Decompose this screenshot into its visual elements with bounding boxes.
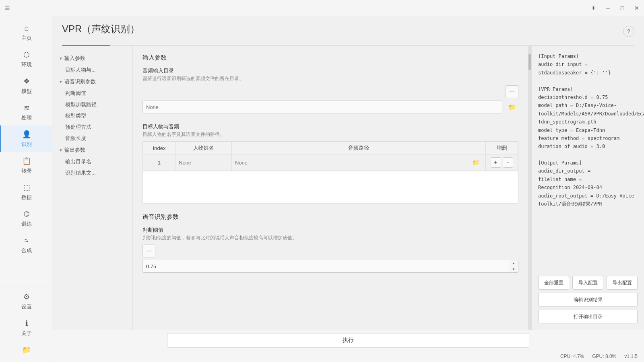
sidebar-item-folder[interactable]: 📁	[0, 341, 52, 359]
nav-item-threshold[interactable]: 判断阈值	[52, 88, 132, 99]
nav-item-model-path[interactable]: 模型加载路径	[52, 99, 132, 110]
sidebar-label-process: 处理	[21, 114, 32, 121]
edit-result-btn[interactable]: 编辑识别结果	[538, 293, 638, 306]
audio-dir-input-row: 📁	[142, 101, 518, 113]
td-row-actions: + -	[486, 154, 518, 171]
title-bar: ☰ ☀ ─ □ ✕	[0, 0, 644, 16]
import-config-btn[interactable]: 导入配置	[572, 276, 603, 290]
execute-btn[interactable]: 执行	[167, 333, 529, 348]
sidebar-label-recognize: 识别	[21, 141, 32, 148]
page-tab-bar	[62, 40, 634, 46]
cpu-status: CPU: 4.7%	[560, 354, 584, 359]
input-params-title: 输入参数	[142, 54, 518, 62]
chevron-output: ▼	[59, 148, 63, 152]
sidebar-item-recognize[interactable]: 👤 识别	[0, 125, 52, 152]
theme-icon[interactable]: ☀	[589, 4, 597, 12]
left-nav: ▼ 输入参数 目标人物与... ▼ 语音识别参数 判断阈值 模型加载路径 模型类…	[52, 46, 133, 330]
audio-dir-input[interactable]	[142, 101, 502, 113]
td-index: 1	[143, 154, 175, 171]
nav-section-voice[interactable]: ▼ 语音识别参数	[52, 76, 132, 88]
status-bar: CPU: 4.7% GPU: 8.0% v1.1.5	[52, 350, 644, 362]
sidebar-item-model[interactable]: ❖ 模型	[0, 72, 52, 99]
title-bar-left: ☰	[3, 4, 11, 12]
nav-item-preprocess[interactable]: 预处理方法	[52, 121, 132, 133]
chevron-voice: ▼	[59, 80, 63, 84]
nav-item-audio-len[interactable]: 音频长度	[52, 133, 132, 144]
nav-item-model-type[interactable]: 模型类型	[52, 110, 132, 121]
nav-section-voice-label: 语音识别参数	[64, 78, 96, 85]
maximize-btn[interactable]: □	[618, 4, 626, 12]
sidebar: ⌂ 主页 ⬡ 环境 ❖ 模型 ≋ 处理 👤 识别 📋 转录 ⬚ 数据 ⌬ 训	[0, 16, 52, 362]
app-body: ⌂ 主页 ⬡ 环境 ❖ 模型 ≋ 处理 👤 识别 📋 转录 ⬚ 数据 ⌬ 训	[0, 16, 644, 362]
nav-section-input[interactable]: ▼ 输入参数	[52, 52, 132, 64]
top-action-row: 全部重置 导入配置 导出配置	[538, 276, 638, 290]
audio-dir-options-btn[interactable]: ···	[506, 85, 518, 98]
process-icon: ≋	[22, 103, 31, 113]
recognize-icon: 👤	[22, 130, 31, 139]
td-name[interactable]	[175, 154, 232, 171]
table-header-row: Index 人物姓名 音频路径 增删	[143, 142, 518, 154]
reset-all-btn[interactable]: 全部重置	[538, 276, 569, 290]
nav-item-result-file[interactable]: 识别结果文...	[52, 167, 132, 179]
nav-item-output-dir[interactable]: 输出目录名	[52, 156, 132, 167]
open-output-btn[interactable]: 打开输出目录	[538, 310, 638, 323]
spinbox-down-btn[interactable]: ▼	[509, 266, 518, 272]
version-status: v1.1.5	[624, 354, 638, 359]
center-content: 输入参数 音频输入目录 需要进行语音识别筛选的音频文件的所在目录。 ··· 📁 …	[133, 46, 528, 330]
target-desc: 目标人物的名字及其语音文件的路径。	[142, 131, 518, 138]
gpu-status: GPU: 8.0%	[592, 354, 616, 359]
spinbox-buttons: ▲ ▼	[509, 260, 518, 272]
sidebar-item-settings[interactable]: ⚙ 设置	[0, 288, 52, 315]
spinbox-up-btn[interactable]: ▲	[509, 260, 518, 266]
sidebar-label-synthesize: 合成	[21, 247, 32, 254]
add-row-btn[interactable]: +	[491, 157, 501, 168]
content-area: VPR（声纹识别） ? ▼ 输入参数 目标人物与... ▼ 语音识别参数 判	[52, 16, 644, 362]
data-icon: ⬚	[22, 183, 31, 192]
right-actions: 全部重置 导入配置 导出配置 编辑识别结果 打开输出目录	[538, 276, 638, 323]
th-name: 人物姓名	[175, 142, 232, 154]
path-folder-btn[interactable]: 📁	[469, 156, 482, 169]
audio-dir-desc: 需要进行语音识别筛选的音频文件的所在目录。	[142, 75, 518, 82]
help-icon[interactable]: ?	[623, 26, 634, 37]
target-label: 目标人物与音频	[142, 123, 518, 130]
menu-icon[interactable]: ☰	[3, 4, 11, 12]
name-input[interactable]	[179, 160, 228, 166]
execute-bar: 执行	[52, 330, 644, 350]
audio-dir-folder-btn[interactable]: 📁	[506, 101, 518, 113]
export-config-btn[interactable]: 导出配置	[607, 276, 638, 290]
nav-section-output[interactable]: ▼ 输出参数	[52, 144, 132, 156]
threshold-input[interactable]	[143, 263, 509, 269]
threshold-spinbox: ▲ ▼	[142, 260, 518, 273]
sidebar-item-train[interactable]: ⌬ 训练	[0, 205, 52, 232]
sidebar-label-train: 训练	[21, 220, 32, 228]
scroll-thumb[interactable]	[528, 54, 531, 70]
threshold-spinbox-container: ▲ ▼	[142, 260, 518, 273]
sidebar-item-env[interactable]: ⬡ 环境	[0, 46, 52, 72]
audio-dir-label: 音频输入目录	[142, 67, 518, 74]
nav-section-input-label: 输入参数	[64, 55, 85, 62]
page-tab-1[interactable]	[62, 40, 110, 46]
sidebar-item-transcribe[interactable]: 📋 转录	[0, 152, 52, 179]
sidebar-item-data[interactable]: ⬚ 数据	[0, 179, 52, 205]
main-panel: ▼ 输入参数 目标人物与... ▼ 语音识别参数 判断阈值 模型加载路径 模型类…	[52, 46, 644, 330]
audio-dir-row: ···	[142, 85, 518, 98]
minimize-btn[interactable]: ─	[604, 4, 612, 12]
close-btn[interactable]: ✕	[633, 4, 641, 12]
path-input[interactable]	[235, 160, 468, 166]
table-empty-area	[143, 171, 518, 203]
audio-dir-block: 音频输入目录 需要进行语音识别筛选的音频文件的所在目录。 ··· 📁	[142, 67, 518, 113]
sidebar-bottom: ⚙ 设置 ℹ 关于 📁	[0, 284, 52, 359]
threshold-options-btn[interactable]: ···	[142, 245, 155, 257]
about-icon: ℹ	[22, 319, 31, 328]
sidebar-item-home[interactable]: ⌂ 主页	[0, 19, 52, 46]
sidebar-item-about[interactable]: ℹ 关于	[0, 315, 52, 341]
sidebar-label-settings: 设置	[21, 303, 32, 311]
sidebar-item-process[interactable]: ≋ 处理	[0, 99, 52, 125]
nav-item-target[interactable]: 目标人物与...	[52, 64, 132, 76]
page-header: VPR（声纹识别） ?	[52, 16, 644, 46]
remove-row-btn[interactable]: -	[503, 157, 513, 168]
sidebar-item-synthesize[interactable]: ≈ 合成	[0, 232, 52, 258]
threshold-desc: 判断相似度的阈值，若参与比对的说话人声音相似度较高可以增加该值。	[142, 234, 518, 241]
train-icon: ⌬	[22, 209, 31, 219]
target-table: Index 人物姓名 音频路径 增删 1	[143, 142, 518, 171]
